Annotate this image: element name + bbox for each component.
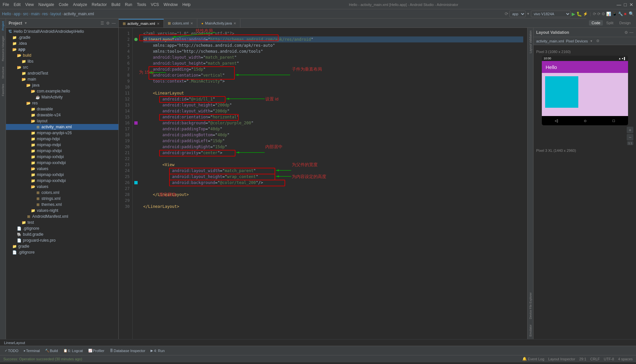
debug-button[interactable]: 🐛 <box>576 11 582 17</box>
view-btn-design[interactable]: Design <box>617 20 633 26</box>
code-line[interactable]: </LinearLayout> <box>143 204 523 210</box>
run-btn[interactable]: ▶ 4: Run <box>148 348 167 353</box>
view-btn-code[interactable]: Code <box>589 20 603 26</box>
tab-colors[interactable]: ⊞ colors.xml ✕ <box>164 19 198 28</box>
tree-item[interactable]: 📂main <box>6 76 118 82</box>
code-line[interactable]: android:orientation="horizontal" <box>143 114 523 120</box>
code-line[interactable]: android:paddingRight="15dp" <box>143 144 523 150</box>
sync-project-icon[interactable]: ⚡ <box>583 12 588 16</box>
database-inspector-btn[interactable]: 🗄 Database Inspector <box>107 348 148 353</box>
tree-item[interactable]: 📁mipmap-xxxhdpi <box>6 178 118 184</box>
toolbar-icon2[interactable]: ⟳ <box>597 12 601 16</box>
tree-item[interactable]: 📁drawable <box>6 106 118 112</box>
tree-item[interactable]: 📁drawable-v24 <box>6 112 118 118</box>
menu-file[interactable]: File <box>3 2 9 7</box>
tree-item[interactable]: 📁mipmap-hdpi <box>6 136 118 142</box>
lv-settings-small[interactable]: ⚙ <box>596 39 600 43</box>
code-line[interactable] <box>143 198 523 204</box>
menu-window[interactable]: Window <box>163 2 178 7</box>
structure-tab[interactable]: Structure <box>1 64 5 82</box>
emulator-tab[interactable]: Emulator <box>528 322 533 339</box>
bottom-breadcrumb[interactable]: LinearLayout <box>4 341 25 345</box>
tree-item[interactable]: 📁mipmap-xxhdpi <box>6 172 118 178</box>
menu-analyze[interactable]: Analyze <box>73 2 87 7</box>
search-everywhere-icon[interactable]: 🔍 <box>629 11 634 16</box>
tree-item[interactable]: 📁mipmap-anydpi-v26 <box>6 130 118 136</box>
code-line[interactable]: xmlns:app="http://schemas.android.com/ap… <box>143 42 523 48</box>
code-line[interactable]: <?xml version="1.0" encoding="utf-8"?> <box>143 30 523 36</box>
run-button[interactable]: ▶ <box>572 11 575 17</box>
todo-btn[interactable]: ✓ TODO <box>2 348 21 353</box>
tree-item[interactable]: 📁test <box>6 219 118 225</box>
code-line[interactable]: </LinearLayout> <box>143 192 523 198</box>
code-line[interactable]: android:paddingBottom="40dp" <box>143 132 523 138</box>
tree-item[interactable]: ⊞activity_main.xml <box>6 124 118 130</box>
tree-item[interactable]: 📁libs <box>6 58 118 64</box>
tree-item[interactable]: ⊞themes.xml <box>6 202 118 208</box>
code-line[interactable]: android:layout_height="200dp" <box>143 102 523 108</box>
tree-item[interactable]: 📂java <box>6 82 118 88</box>
breadcrumb-res[interactable]: res <box>42 12 48 16</box>
tree-item[interactable]: 📁.gradle <box>6 34 118 40</box>
tree-item[interactable]: 📄.gitignore <box>6 225 118 231</box>
lv-dropdown-icon[interactable]: ▼ <box>590 39 593 43</box>
tree-item[interactable]: 📁gradle <box>6 243 118 249</box>
tree-item[interactable]: 🏗Hello D:\install\Android\Androidwp\Hell… <box>6 29 118 34</box>
code-line[interactable]: android:background="@color/teal_200"/> <box>143 180 523 186</box>
tree-item[interactable]: 📁mipmap-mdpi <box>6 142 118 148</box>
breadcrumb-file[interactable]: activity_main.xml <box>64 12 94 16</box>
tree-item[interactable]: ⊞strings.xml <box>6 196 118 202</box>
menu-build[interactable]: Build <box>111 2 120 7</box>
run-config-dropdown[interactable]: ▼ <box>527 12 530 16</box>
project-close-icon[interactable]: — <box>112 21 116 26</box>
menu-refactor[interactable]: Refactor <box>92 2 107 7</box>
code-line[interactable]: tools:context=".MainActivity"> <box>143 78 523 84</box>
code-line[interactable] <box>143 156 523 162</box>
charset[interactable]: UTF-8 <box>604 357 614 361</box>
tree-item[interactable]: 📁.idea <box>6 40 118 46</box>
tab-close-3[interactable]: ✕ <box>233 22 236 25</box>
tree-item[interactable]: 📂values <box>6 166 118 172</box>
zoom-reset-btn[interactable]: 1:1 <box>627 141 633 145</box>
project-tab[interactable]: Project <box>1 19 5 33</box>
profiler-btn[interactable]: 📈 Profiler <box>86 348 107 353</box>
breadcrumb-layout[interactable]: layout <box>50 12 61 16</box>
breadcrumb-hello[interactable]: Hello <box>2 12 11 16</box>
tree-item[interactable]: 📁values-night <box>6 208 118 213</box>
code-line[interactable]: xmlns:tools="http://schemas.android.com/… <box>143 48 523 54</box>
tab-close-2[interactable]: ✕ <box>190 22 193 25</box>
code-line[interactable]: <LinearLayout <box>143 90 523 96</box>
breadcrumb-src[interactable]: src <box>23 12 28 16</box>
tree-item[interactable]: 📂src <box>6 64 118 70</box>
tree-item[interactable]: ⊞AndroidManifest.xml <box>6 213 118 219</box>
code-line[interactable]: android:layout_width="200dp" <box>143 108 523 114</box>
menu-edit[interactable]: Edit <box>14 2 21 7</box>
project-dropdown-icon[interactable]: ▼ <box>24 21 28 25</box>
tree-item[interactable]: 📂layout <box>6 118 118 124</box>
breadcrumb-main[interactable]: main <box>31 12 39 16</box>
toolbar-icon1[interactable]: ⟳ <box>593 12 596 16</box>
code-line[interactable] <box>143 186 523 192</box>
tree-item[interactable]: 📄proguard-rules.pro <box>6 237 118 243</box>
toolbar-icon4[interactable]: 📊 <box>606 12 611 16</box>
code-line[interactable] <box>143 84 523 90</box>
tab-mainactivity[interactable]: ● MainActivity.java ✕ <box>197 19 240 28</box>
layout-validation-side-tab[interactable]: Layout Validation <box>528 28 533 56</box>
tree-item[interactable]: 📁mipmap-xhdpi <box>6 148 118 154</box>
device-selector[interactable]: vivo V1824A <box>531 11 571 17</box>
logcat-btn[interactable]: 📋 6: Logcat <box>61 348 86 353</box>
favorites-tab[interactable]: Favorites <box>1 81 5 99</box>
tab-activity-main[interactable]: ⊞ activity_main.xml ✕ <box>119 19 164 28</box>
tree-item[interactable]: 📂com.example.hello <box>6 88 118 94</box>
code-line[interactable]: android:background="@color/purple_200" <box>143 120 523 126</box>
resource-manager-tab[interactable]: Resource Manager <box>1 33 5 64</box>
code-editor[interactable]: 1234567891011121314151617181920212223242… <box>119 28 527 339</box>
tree-item[interactable]: 📁mipmap-xxhdpi <box>6 154 118 160</box>
toolbar-sync-icon[interactable]: ⟳ <box>505 11 508 16</box>
tree-item[interactable]: 📁mipmap-xxxhdpi <box>6 160 118 166</box>
menu-view[interactable]: View <box>25 2 34 7</box>
tree-item[interactable]: 📂app <box>6 46 118 52</box>
code-line[interactable]: android:paddingLeft="15dp" <box>143 138 523 144</box>
code-line[interactable]: android:orientation="vertical" <box>143 72 523 78</box>
event-log-btn[interactable]: 🔔 Event Log <box>522 357 544 361</box>
